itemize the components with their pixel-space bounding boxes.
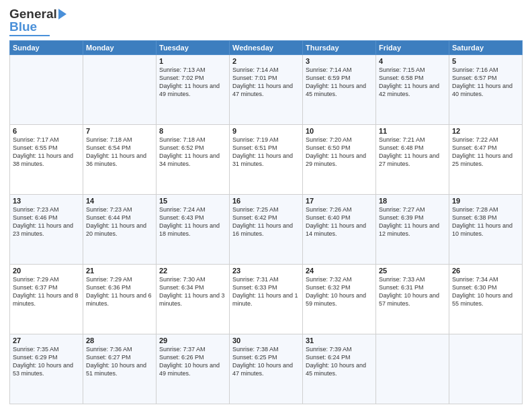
calendar-cell: 26Sunrise: 7:34 AM Sunset: 6:30 PM Dayli… — [449, 265, 523, 334]
day-detail: Sunrise: 7:17 AM Sunset: 6:55 PM Dayligh… — [13, 136, 80, 169]
calendar-cell — [83, 55, 157, 125]
day-number: 13 — [13, 197, 80, 205]
day-number: 5 — [452, 57, 519, 65]
day-header-monday: Monday — [83, 41, 157, 55]
logo-underline — [9, 35, 50, 36]
calendar-cell: 28Sunrise: 7:36 AM Sunset: 6:27 PM Dayli… — [83, 334, 157, 404]
calendar-cell: 10Sunrise: 7:20 AM Sunset: 6:50 PM Dayli… — [303, 125, 376, 195]
day-number: 28 — [86, 336, 153, 345]
day-detail: Sunrise: 7:34 AM Sunset: 6:30 PM Dayligh… — [452, 275, 519, 308]
calendar-cell: 2Sunrise: 7:14 AM Sunset: 7:01 PM Daylig… — [230, 55, 303, 125]
day-number: 19 — [452, 197, 519, 205]
day-detail: Sunrise: 7:18 AM Sunset: 6:54 PM Dayligh… — [86, 136, 153, 169]
calendar-cell: 14Sunrise: 7:23 AM Sunset: 6:44 PM Dayli… — [83, 195, 157, 265]
day-number: 10 — [306, 127, 373, 135]
day-number: 23 — [232, 267, 300, 275]
day-number: 30 — [232, 336, 300, 345]
calendar-cell: 21Sunrise: 7:29 AM Sunset: 6:36 PM Dayli… — [83, 265, 157, 334]
day-detail: Sunrise: 7:29 AM Sunset: 6:36 PM Dayligh… — [86, 275, 153, 308]
calendar-cell: 9Sunrise: 7:19 AM Sunset: 6:51 PM Daylig… — [230, 125, 303, 195]
calendar-cell — [10, 55, 83, 125]
day-detail: Sunrise: 7:37 AM Sunset: 6:26 PM Dayligh… — [159, 345, 226, 378]
day-detail: Sunrise: 7:27 AM Sunset: 6:39 PM Dayligh… — [379, 205, 446, 238]
day-detail: Sunrise: 7:14 AM Sunset: 7:01 PM Dayligh… — [232, 66, 300, 99]
day-number: 21 — [86, 267, 153, 275]
calendar-cell: 29Sunrise: 7:37 AM Sunset: 6:26 PM Dayli… — [157, 334, 230, 404]
day-detail: Sunrise: 7:24 AM Sunset: 6:43 PM Dayligh… — [159, 205, 226, 238]
day-detail: Sunrise: 7:26 AM Sunset: 6:40 PM Dayligh… — [306, 205, 373, 238]
calendar-cell: 25Sunrise: 7:33 AM Sunset: 6:31 PM Dayli… — [376, 265, 449, 334]
calendar-cell: 8Sunrise: 7:18 AM Sunset: 6:52 PM Daylig… — [157, 125, 230, 195]
day-number: 8 — [159, 127, 226, 135]
calendar-cell — [376, 334, 449, 404]
page: General Blue SundayMondayTuesdayWednesda… — [0, 0, 532, 411]
calendar-cell: 16Sunrise: 7:25 AM Sunset: 6:42 PM Dayli… — [230, 195, 303, 265]
day-number: 18 — [379, 197, 446, 205]
day-number: 31 — [306, 336, 373, 345]
day-number: 7 — [86, 127, 153, 135]
calendar-cell: 5Sunrise: 7:16 AM Sunset: 6:57 PM Daylig… — [449, 55, 523, 125]
calendar-cell: 22Sunrise: 7:30 AM Sunset: 6:34 PM Dayli… — [157, 265, 230, 334]
calendar-cell: 31Sunrise: 7:39 AM Sunset: 6:24 PM Dayli… — [303, 334, 376, 404]
day-number: 20 — [13, 267, 80, 275]
day-number: 9 — [232, 127, 300, 135]
day-header-sunday: Sunday — [10, 41, 83, 55]
calendar-table: SundayMondayTuesdayWednesdayThursdayFrid… — [9, 40, 523, 404]
day-number: 6 — [13, 127, 80, 135]
week-row-1: 1Sunrise: 7:13 AM Sunset: 7:02 PM Daylig… — [10, 55, 523, 125]
calendar-cell: 20Sunrise: 7:29 AM Sunset: 6:37 PM Dayli… — [10, 265, 83, 334]
calendar-cell: 15Sunrise: 7:24 AM Sunset: 6:43 PM Dayli… — [157, 195, 230, 265]
header: General Blue — [9, 7, 523, 36]
day-header-wednesday: Wednesday — [230, 41, 303, 55]
day-detail: Sunrise: 7:39 AM Sunset: 6:24 PM Dayligh… — [306, 345, 373, 378]
calendar-cell: 1Sunrise: 7:13 AM Sunset: 7:02 PM Daylig… — [157, 55, 230, 125]
day-number: 25 — [379, 267, 446, 275]
day-detail: Sunrise: 7:21 AM Sunset: 6:48 PM Dayligh… — [379, 136, 446, 169]
day-detail: Sunrise: 7:18 AM Sunset: 6:52 PM Dayligh… — [159, 136, 226, 169]
week-row-4: 20Sunrise: 7:29 AM Sunset: 6:37 PM Dayli… — [10, 265, 523, 334]
calendar-cell: 13Sunrise: 7:23 AM Sunset: 6:46 PM Dayli… — [10, 195, 83, 265]
calendar-cell: 30Sunrise: 7:38 AM Sunset: 6:25 PM Dayli… — [230, 334, 303, 404]
calendar-cell: 19Sunrise: 7:28 AM Sunset: 6:38 PM Dayli… — [449, 195, 523, 265]
calendar-cell: 27Sunrise: 7:35 AM Sunset: 6:29 PM Dayli… — [10, 334, 83, 404]
day-number: 22 — [159, 267, 226, 275]
day-number: 3 — [306, 57, 373, 65]
day-detail: Sunrise: 7:13 AM Sunset: 7:02 PM Dayligh… — [159, 66, 226, 99]
calendar-cell — [449, 334, 523, 404]
day-detail: Sunrise: 7:22 AM Sunset: 6:47 PM Dayligh… — [452, 136, 519, 169]
week-row-5: 27Sunrise: 7:35 AM Sunset: 6:29 PM Dayli… — [10, 334, 523, 404]
day-detail: Sunrise: 7:36 AM Sunset: 6:27 PM Dayligh… — [86, 345, 153, 378]
day-detail: Sunrise: 7:35 AM Sunset: 6:29 PM Dayligh… — [13, 345, 80, 378]
calendar-cell: 17Sunrise: 7:26 AM Sunset: 6:40 PM Dayli… — [303, 195, 376, 265]
day-detail: Sunrise: 7:29 AM Sunset: 6:37 PM Dayligh… — [13, 275, 80, 308]
day-detail: Sunrise: 7:28 AM Sunset: 6:38 PM Dayligh… — [452, 205, 519, 238]
day-detail: Sunrise: 7:20 AM Sunset: 6:50 PM Dayligh… — [306, 136, 373, 169]
calendar-cell: 4Sunrise: 7:15 AM Sunset: 6:58 PM Daylig… — [376, 55, 449, 125]
day-detail: Sunrise: 7:31 AM Sunset: 6:33 PM Dayligh… — [232, 275, 300, 308]
day-number: 24 — [306, 267, 373, 275]
day-number: 2 — [232, 57, 300, 65]
day-number: 4 — [379, 57, 446, 65]
calendar-cell: 6Sunrise: 7:17 AM Sunset: 6:55 PM Daylig… — [10, 125, 83, 195]
day-number: 15 — [159, 197, 226, 205]
logo-blue: Blue — [9, 19, 37, 34]
day-number: 29 — [159, 336, 226, 345]
week-row-3: 13Sunrise: 7:23 AM Sunset: 6:46 PM Dayli… — [10, 195, 523, 265]
calendar-cell: 18Sunrise: 7:27 AM Sunset: 6:39 PM Dayli… — [376, 195, 449, 265]
day-number: 1 — [159, 57, 226, 65]
calendar-cell: 11Sunrise: 7:21 AM Sunset: 6:48 PM Dayli… — [376, 125, 449, 195]
calendar-cell: 7Sunrise: 7:18 AM Sunset: 6:54 PM Daylig… — [83, 125, 157, 195]
day-number: 11 — [379, 127, 446, 135]
calendar-cell: 23Sunrise: 7:31 AM Sunset: 6:33 PM Dayli… — [230, 265, 303, 334]
day-detail: Sunrise: 7:23 AM Sunset: 6:46 PM Dayligh… — [13, 205, 80, 238]
day-detail: Sunrise: 7:33 AM Sunset: 6:31 PM Dayligh… — [379, 275, 446, 308]
day-number: 14 — [86, 197, 153, 205]
calendar-cell: 3Sunrise: 7:14 AM Sunset: 6:59 PM Daylig… — [303, 55, 376, 125]
day-number: 12 — [452, 127, 519, 135]
day-number: 26 — [452, 267, 519, 275]
day-detail: Sunrise: 7:19 AM Sunset: 6:51 PM Dayligh… — [232, 136, 300, 169]
logo-arrow-icon — [58, 9, 66, 19]
day-header-friday: Friday — [376, 41, 449, 55]
day-detail: Sunrise: 7:23 AM Sunset: 6:44 PM Dayligh… — [86, 205, 153, 238]
day-detail: Sunrise: 7:30 AM Sunset: 6:34 PM Dayligh… — [159, 275, 226, 308]
